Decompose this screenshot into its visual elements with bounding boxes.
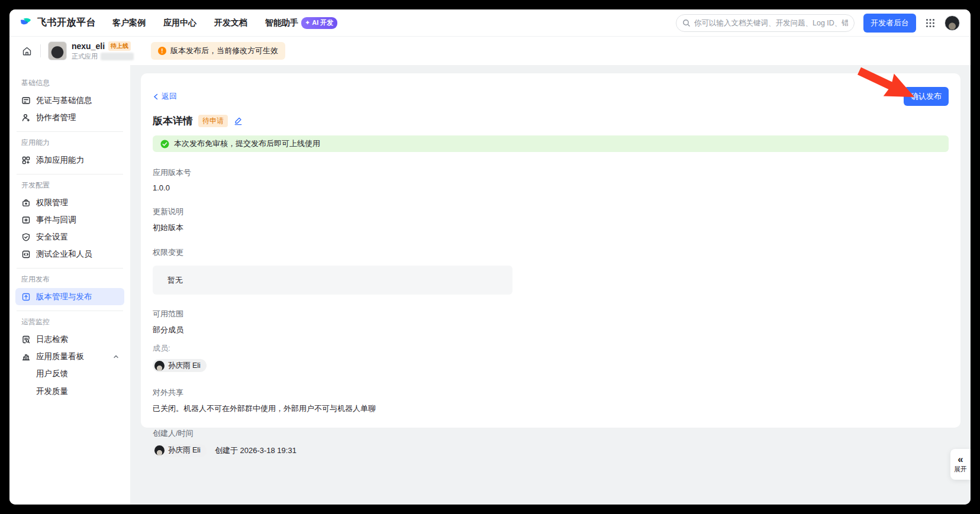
feishu-logo-icon: [19, 16, 33, 30]
field-version: 应用版本号 1.0.0: [153, 167, 949, 192]
log-search-icon: [21, 335, 31, 344]
home-button[interactable]: [18, 42, 36, 60]
nav-menu: 客户案例 应用中心 开发文档 智能助手 ✦ AI 开发: [112, 17, 337, 29]
permission-empty-box: 暂无: [153, 266, 512, 295]
sidebar-section-monitoring: 运营监控: [21, 317, 124, 327]
app-type-label: 正式应用: [72, 52, 98, 61]
version-release-icon: [21, 292, 31, 302]
sidebar-item-quality-dashboard[interactable]: 应用质量看板: [15, 348, 124, 365]
created-time: 创建于 2026-3-18 19:31: [215, 445, 296, 456]
confirm-publish-button[interactable]: 确认发布: [904, 87, 949, 106]
divider: [17, 268, 123, 269]
main-area: 返回 确认发布 版本详情 待申请: [130, 65, 971, 505]
sidebar-item-version-release[interactable]: 版本管理与发布: [15, 288, 124, 305]
sidebar-section-release: 应用发布: [21, 274, 124, 285]
nav-item-docs[interactable]: 开发文档: [214, 18, 247, 28]
nav-item-app-center[interactable]: 应用中心: [163, 18, 196, 28]
member-chip: 孙庆雨 Eli: [153, 359, 207, 372]
sidebar-item-add-capability[interactable]: 添加应用能力: [15, 151, 124, 169]
warning-banner: ! 版本发布后，当前修改方可生效: [151, 42, 285, 60]
back-link[interactable]: 返回: [153, 91, 177, 102]
field-availability: 可用范围 部分成员 成员: 孙庆雨 Eli: [153, 309, 949, 373]
version-number: 1.0.0: [153, 183, 949, 192]
divider: [17, 311, 123, 311]
brand-name: 飞书开放平台: [37, 17, 96, 29]
edit-pencil-icon[interactable]: [233, 116, 243, 126]
sidebar-item-credentials[interactable]: 凭证与基础信息: [15, 92, 124, 109]
page-title: 版本详情: [153, 114, 193, 128]
chevron-left-icon: [153, 93, 159, 100]
collaborator-icon: [21, 113, 31, 122]
nav-item-assistant[interactable]: 智能助手 ✦ AI 开发: [265, 17, 337, 29]
sidebar: 基础信息 凭证与基础信息 协作者管理 应用能力: [9, 65, 130, 505]
developer-console-button[interactable]: 开发者后台: [863, 14, 916, 33]
warning-icon: !: [158, 47, 166, 55]
field-creator: 创建人/时间 孙庆雨 Eli 创建于 2026-3-18 19:31: [153, 428, 949, 457]
sidebar-subitem-dev-quality[interactable]: 开发质量: [15, 383, 124, 400]
field-external-share: 对外共享 已关闭。机器人不可在外部群中使用，外部用户不可与机器人单聊: [153, 387, 949, 414]
event-callback-icon: [21, 215, 31, 225]
sidebar-item-test-org[interactable]: 测试企业和人员: [15, 245, 124, 263]
app-window: 飞书开放平台 客户案例 应用中心 开发文档 智能助手 ✦ AI 开发 开发者后台: [9, 9, 971, 505]
version-detail-card: 返回 确认发布 版本详情 待申请: [141, 73, 960, 428]
sidebar-item-security[interactable]: 安全设置: [15, 228, 124, 245]
success-banner: 本次发布免审核，提交发布后即可上线使用: [153, 135, 949, 152]
search-icon: [682, 19, 691, 27]
pending-apply-badge: 待申请: [198, 115, 228, 127]
app-status-badge: 待上线: [108, 41, 131, 51]
divider: [17, 131, 123, 132]
credential-icon: [21, 96, 31, 105]
warning-text: 版本发布后，当前修改方可生效: [170, 46, 278, 56]
member-avatar: [154, 361, 165, 371]
top-navigation: 飞书开放平台 客户案例 应用中心 开发文档 智能助手 ✦ AI 开发 开发者后台: [9, 9, 971, 37]
quality-dashboard-icon: [21, 352, 31, 361]
nav-right: 开发者后台: [676, 14, 960, 33]
sidebar-section-basic: 基础信息: [21, 78, 124, 88]
user-avatar[interactable]: [944, 15, 960, 31]
sidebar-item-collaborators[interactable]: 协作者管理: [15, 109, 124, 126]
sidebar-section-capability: 应用能力: [21, 138, 124, 148]
sidebar-item-log-search[interactable]: 日志检索: [15, 331, 124, 348]
global-search[interactable]: [676, 14, 855, 32]
add-capability-icon: [21, 156, 31, 165]
app-grid-icon[interactable]: [925, 18, 936, 28]
test-org-icon: [21, 250, 31, 259]
sidebar-item-permissions[interactable]: 权限管理: [15, 194, 124, 211]
sidebar-subitem-user-feedback[interactable]: 用户反馈: [15, 365, 124, 383]
app-name: nexu_eli: [72, 41, 105, 51]
app-avatar: [48, 41, 67, 60]
app-id-redacted: [101, 53, 134, 60]
creator-avatar: [154, 445, 165, 455]
ai-dev-badge: ✦ AI 开发: [301, 17, 337, 29]
sidebar-item-events[interactable]: 事件与回调: [15, 211, 124, 228]
field-permission-changes: 权限变更 暂无: [153, 247, 949, 295]
chevron-up-icon[interactable]: [112, 353, 120, 360]
app-header-row: nexu_eli 待上线 正式应用 ! 版本发布后，当前修改方可生效: [9, 37, 971, 65]
members-label: 成员:: [153, 343, 949, 354]
brand[interactable]: 飞书开放平台: [19, 16, 96, 30]
creator-chip: 孙庆雨 Eli: [153, 444, 207, 457]
double-chevron-left-icon: «: [958, 455, 963, 464]
nav-item-cases[interactable]: 客户案例: [112, 18, 146, 28]
expand-panel-button[interactable]: « 展开: [950, 449, 971, 480]
field-changelog: 更新说明 初始版本: [153, 206, 949, 233]
security-shield-icon: [21, 232, 31, 242]
app-meta: nexu_eli 待上线 正式应用: [72, 41, 134, 61]
search-input[interactable]: [694, 19, 848, 27]
divider: [40, 44, 41, 57]
sidebar-section-dev-config: 开发配置: [21, 180, 124, 190]
permission-icon: [21, 198, 31, 208]
success-check-icon: [160, 140, 169, 148]
divider: [17, 174, 123, 174]
